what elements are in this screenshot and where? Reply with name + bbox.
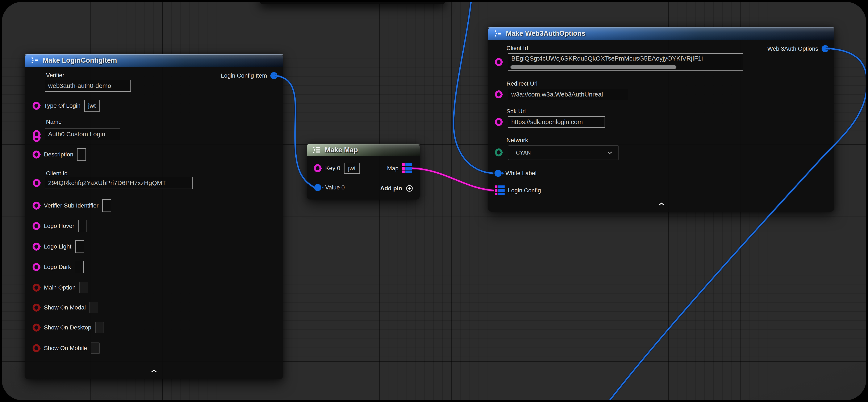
pin-label-redirect-url: Redirect Url [506,80,537,87]
output-pin-login-config-item[interactable] [270,72,278,79]
input-pin-show-on-modal[interactable] [33,304,40,312]
chevron-down-icon [607,151,613,154]
pin-label-description: Description [44,151,73,158]
logo-hover-input[interactable] [78,220,87,232]
network-selected-value: CYAN [516,150,531,156]
pin-label-sdk-url: Sdk Url [506,108,526,115]
input-pin-sdk-url[interactable] [495,118,502,126]
verifier-input[interactable]: web3auth-auth0-demo [45,80,131,92]
pin-label-value-0: Value 0 [325,184,345,191]
node-header[interactable]: Make Map [307,144,420,156]
output-pin-web3auth-options[interactable] [822,45,829,52]
collapse-chevron-icon[interactable] [151,369,157,373]
show-on-modal-checkbox[interactable] [90,302,98,313]
pin-label-network: Network [506,137,528,144]
pin-label-logo-hover: Logo Hover [44,223,74,229]
node-title: Make Web3AuthOptions [506,29,585,37]
input-pin-logo-dark[interactable] [33,263,40,271]
show-on-desktop-checkbox[interactable] [95,322,104,333]
pin-label-name: Name [46,119,62,125]
pin-label-login-config: Login Config [508,187,541,194]
output-pin-map[interactable] [402,163,412,173]
pin-label-map: Map [387,165,399,172]
input-pin-key-0[interactable] [314,164,321,172]
input-pin-login-config[interactable] [495,185,504,195]
input-pin-verifier-sub-identifier[interactable] [33,202,40,210]
pin-label-type-of-login: Type Of Login [44,103,81,109]
node-make-web3auth-options[interactable]: Make Web3AuthOptions Web 3Auth Options C… [488,27,834,212]
pin-label-show-on-modal: Show On Modal [44,304,86,311]
description-input[interactable] [77,148,86,161]
node-header[interactable]: Make Web3AuthOptions [488,27,834,40]
show-on-mobile-checkbox[interactable] [91,343,100,354]
make-map-icon [312,146,321,154]
input-pin-value-0[interactable] [314,184,321,191]
add-pin-label: Add pin [380,185,402,192]
client-id-scrollbar-thumb[interactable] [510,65,676,69]
pin-label-client-id: Client Id [506,45,528,52]
main-option-checkbox[interactable] [80,282,88,293]
input-pin-name[interactable] [33,130,40,138]
pin-label-verifier: Verifier [46,72,64,79]
make-struct-icon [494,30,502,37]
node-title: Make Map [325,146,358,154]
node-title: Make LoginConfigItem [43,56,117,64]
input-pin-logo-light[interactable] [33,242,40,251]
pin-label-logo-light: Logo Light [44,243,71,250]
input-pin-show-on-mobile[interactable] [33,344,40,352]
pin-label-key-0: Key 0 [325,165,340,172]
input-pin-redirect-url[interactable] [495,90,502,98]
pin-label-login-config-item: Login Config Item [221,72,267,79]
node-make-map[interactable]: Make Map Key 0 jwt Map Value 0 Add pin [307,144,420,200]
node-header[interactable]: Make LoginConfigItem [25,54,283,67]
pin-label-show-on-mobile: Show On Mobile [44,345,87,351]
client-id-input[interactable]: 294QRkchfq2YaXUbPri7D6PH7xzHgQMT [45,177,193,189]
verifier-sub-identifier-input[interactable] [102,199,111,212]
network-dropdown[interactable]: CYAN [508,145,619,160]
logo-light-input[interactable] [75,240,84,253]
wire-map-to-login-config[interactable] [412,168,494,191]
type-of-login-input[interactable]: jwt [84,100,100,112]
pin-label-show-on-desktop: Show On Desktop [44,324,91,331]
logo-dark-input[interactable] [75,261,84,273]
node-make-login-config-item[interactable]: Make LoginConfigItem Login Config Item V… [25,54,283,379]
collapse-chevron-icon[interactable] [658,202,665,206]
input-pin-white-label[interactable] [495,170,502,177]
input-pin-main-option[interactable] [33,284,40,292]
sdk-url-input[interactable]: https://sdk.openlogin.com [508,116,605,127]
input-pin-logo-hover[interactable] [33,222,40,230]
wire-to-white-label[interactable] [454,2,493,173]
input-pin-type-of-login[interactable] [33,102,40,110]
pin-label-white-label: White Label [505,170,536,177]
input-pin-client-id[interactable] [495,58,502,66]
pin-label-client-id: Client Id [46,170,68,177]
add-pin-icon[interactable] [405,184,413,192]
input-pin-client-id[interactable] [33,179,40,187]
input-pin-show-on-desktop[interactable] [33,323,40,332]
pin-label-web3auth-options: Web 3Auth Options [767,46,818,52]
pin-label-logo-dark: Logo Dark [44,264,71,270]
redirect-url-input[interactable]: w3a://com.w3a.Web3AuthUnreal [508,89,628,100]
input-pin-network[interactable] [495,148,502,156]
pin-label-verifier-sub-identifier: Verifier Sub Identifier [44,202,98,209]
pin-label-main-option: Main Option [44,284,75,291]
offscreen-node-edge [259,2,445,4]
make-struct-icon [30,57,39,64]
name-input[interactable]: Auth0 Custom Login [45,128,120,140]
blueprint-graph-canvas[interactable]: Make LoginConfigItem Login Config Item V… [2,2,866,400]
input-pin-description[interactable] [33,150,40,159]
